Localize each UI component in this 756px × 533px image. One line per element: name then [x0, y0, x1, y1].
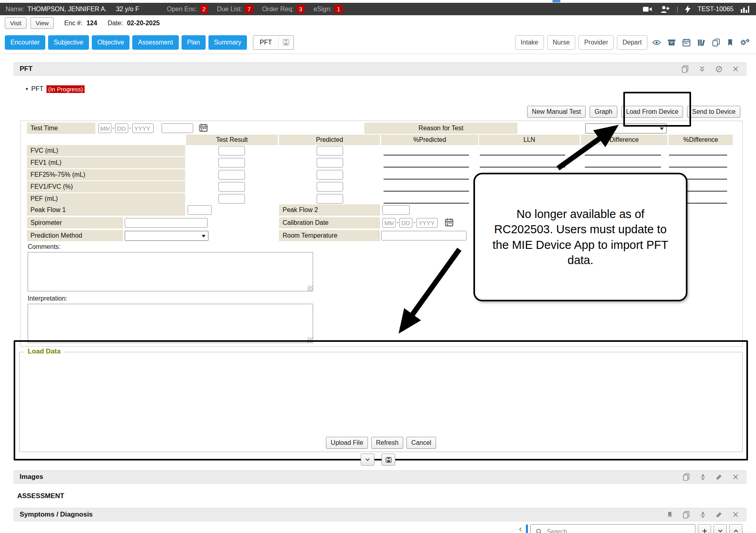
archive-icon[interactable] [666, 37, 677, 48]
depart-button[interactable]: Depart [617, 35, 647, 50]
tab-plan[interactable]: Plan [182, 35, 206, 50]
eye-icon[interactable] [651, 37, 663, 48]
fev1-fvc-test-result-input[interactable] [218, 182, 245, 192]
peak-flow-1-input[interactable] [188, 205, 212, 215]
tab-encounter[interactable]: Encounter [5, 35, 45, 50]
send-to-device-button[interactable]: Send to Device [687, 106, 740, 118]
due-list-badge[interactable]: 7 [245, 5, 253, 13]
expand-down-button[interactable] [714, 524, 727, 533]
open-enc-badge[interactable]: 2 [200, 5, 208, 13]
pef-test-result-input[interactable] [218, 194, 245, 204]
pft-tab-group: PFT [253, 35, 294, 50]
chevron-left-icon[interactable] [518, 526, 524, 533]
view-button[interactable]: View [30, 17, 54, 29]
bar-chart-icon[interactable] [739, 4, 750, 14]
peak-flow-2-input[interactable] [382, 205, 410, 215]
expand-chevron-button[interactable] [361, 454, 374, 466]
close-icon[interactable] [731, 65, 740, 73]
test-time-calendar-icon[interactable] [199, 123, 208, 132]
reason-for-test-select[interactable] [585, 123, 667, 133]
tab-assessment[interactable]: Assessment [132, 35, 178, 50]
diagnosis-search-input[interactable] [547, 528, 691, 533]
graph-button[interactable]: Graph [590, 106, 617, 118]
assessment-title: ASSESSMENT [17, 492, 64, 500]
mini-button-row [0, 454, 756, 466]
collapse-up-button[interactable] [729, 524, 742, 533]
spirometer-input[interactable] [125, 218, 208, 228]
nurse-button[interactable]: Nurse [547, 35, 576, 50]
edit-pencil-icon[interactable] [714, 510, 724, 519]
save-section-button[interactable] [382, 454, 395, 466]
load-from-device-button[interactable]: Load From Device [621, 106, 683, 118]
test-time-yyyy-input[interactable] [132, 123, 154, 133]
visit-button[interactable]: Visit [5, 17, 26, 29]
calibration-dd-input[interactable] [399, 218, 412, 228]
fef-test-result-input[interactable] [218, 170, 245, 180]
save-tab-icon[interactable] [278, 36, 293, 49]
fef-pct-predicted-line [384, 179, 469, 180]
pft-section-header: PFT [14, 62, 746, 76]
upload-file-button[interactable]: Upload File [326, 437, 368, 449]
print-chart-icon[interactable] [680, 64, 690, 74]
close-icon[interactable] [731, 510, 740, 519]
microphone-icon[interactable] [698, 472, 707, 482]
intake-button[interactable]: Intake [515, 35, 544, 50]
date-dash: - [129, 124, 131, 131]
books-icon[interactable] [695, 37, 707, 48]
order-req-badge[interactable]: 3 [297, 5, 305, 13]
fev1-predicted-input[interactable] [317, 158, 343, 168]
pft-status-item[interactable]: • PFT (In Progress) [26, 85, 85, 93]
calendar-icon[interactable] [681, 37, 692, 48]
pef-predicted-input[interactable] [317, 194, 343, 204]
symptoms-section-title: Symptoms / Diagnosis [20, 511, 93, 519]
symptoms-section-header: Symptoms / Diagnosis [14, 508, 746, 521]
tab-pft-active[interactable]: PFT [253, 36, 278, 49]
room-temperature-input[interactable] [381, 231, 467, 240]
calibration-calendar-icon[interactable] [445, 218, 454, 227]
esign-counter[interactable]: eSign: 1 [313, 5, 343, 13]
fev1-fvc-pct-predicted-line [384, 191, 469, 192]
calibration-yyyy-input[interactable] [416, 218, 438, 228]
add-user-icon[interactable] [659, 4, 671, 14]
video-camera-icon[interactable] [641, 5, 653, 14]
comments-textarea[interactable] [28, 252, 313, 291]
test-time-label: Test Time [27, 123, 95, 134]
new-manual-test-button[interactable]: New Manual Test [527, 106, 586, 118]
fev1-fvc-predicted-input[interactable] [317, 182, 343, 192]
tab-subjective[interactable]: Subjective [48, 35, 89, 50]
refresh-button[interactable]: Refresh [371, 437, 403, 449]
disable-circle-slash-icon[interactable] [714, 65, 724, 74]
test-time-mm-input[interactable] [98, 123, 111, 133]
fev1-test-result-input[interactable] [218, 158, 245, 168]
cancel-button[interactable]: Cancel [406, 437, 436, 449]
provider-button[interactable]: Provider [578, 35, 614, 50]
bookmark-icon[interactable] [665, 510, 674, 519]
test-time-dd-input[interactable] [115, 123, 128, 133]
fvc-lln-line [480, 155, 565, 155]
prediction-method-select[interactable] [125, 231, 208, 241]
edit-pencil-icon[interactable] [714, 472, 724, 481]
print-chart-icon[interactable] [681, 472, 691, 482]
open-enc-counter[interactable]: Open Enc: 2 [167, 5, 208, 13]
close-icon[interactable] [731, 472, 740, 481]
print-chart-icon[interactable] [681, 510, 691, 519]
fvc-predicted-input[interactable] [317, 146, 343, 155]
collapse-double-chevron-icon[interactable] [697, 65, 707, 74]
copy-icon[interactable] [710, 37, 722, 48]
add-diagnosis-button[interactable] [698, 524, 711, 533]
patient-age-sex: 32 y/o F [116, 6, 139, 13]
gears-icon[interactable] [738, 37, 751, 48]
fef-predicted-input[interactable] [317, 170, 343, 180]
lightning-icon [684, 4, 692, 14]
fvc-test-result-input[interactable] [218, 146, 245, 155]
test-time-time-input[interactable] [162, 123, 193, 133]
due-list-counter[interactable]: Due List: 7 [217, 5, 253, 13]
tab-objective[interactable]: Objective [92, 35, 130, 50]
bookmark-icon[interactable] [725, 37, 735, 48]
order-req-counter[interactable]: Order Req: 3 [262, 5, 305, 13]
microphone-icon[interactable] [698, 510, 707, 519]
calibration-mm-input[interactable] [382, 218, 396, 228]
tab-summary[interactable]: Summary [208, 35, 247, 50]
interpretation-textarea[interactable] [28, 304, 313, 343]
esign-badge[interactable]: 1 [334, 5, 342, 13]
